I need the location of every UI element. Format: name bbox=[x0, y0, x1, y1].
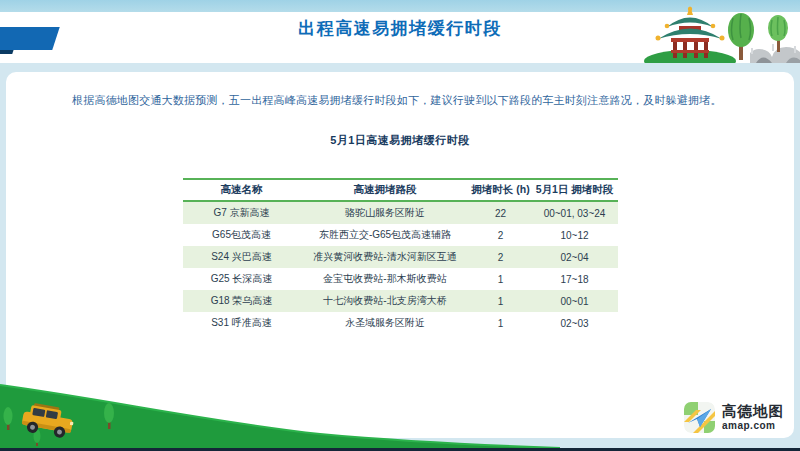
col-header-period: 5月1日 拥堵时段 bbox=[531, 183, 618, 197]
congestion-duration: 2 bbox=[470, 230, 531, 241]
table-row: G65包茂高速 东胜西立交-G65包茂高速辅路 2 10~12 bbox=[183, 224, 618, 246]
congestion-duration: 2 bbox=[470, 252, 531, 263]
congested-section: 准兴黄河收费站-清水河新区互通 bbox=[300, 250, 470, 264]
highway-name: G7 京新高速 bbox=[183, 206, 300, 220]
congested-section: 东胜西立交-G65包茂高速辅路 bbox=[300, 228, 470, 242]
table-row: G7 京新高速 骆驼山服务区附近 22 00~01, 03~24 bbox=[183, 202, 618, 224]
congested-section: 骆驼山服务区附近 bbox=[300, 206, 470, 220]
congestion-duration: 22 bbox=[470, 208, 531, 219]
amap-brand-block: 高德地图 amap.com bbox=[684, 402, 784, 433]
amap-paper-plane-logo-icon bbox=[684, 402, 715, 433]
col-header-section: 高速拥堵路段 bbox=[300, 183, 470, 197]
col-header-duration: 拥堵时长 (h) bbox=[470, 183, 531, 197]
pavilion-illustration bbox=[638, 6, 800, 63]
table-header-row: 高速名称 高速拥堵路段 拥堵时长 (h) 5月1日 拥堵时段 bbox=[183, 180, 618, 202]
congested-section: 永圣域服务区附近 bbox=[300, 316, 470, 330]
highway-name: G25 长深高速 bbox=[183, 272, 300, 286]
table-title: 5月1日高速易拥堵缓行时段 bbox=[0, 133, 800, 148]
table-row: S31 呼准高速 永圣域服务区附近 1 02~03 bbox=[183, 312, 618, 334]
intro-paragraph: 根据高德地图交通大数据预测，五一出程高峰高速易拥堵缓行时段如下，建议行驶到以下路… bbox=[72, 93, 732, 108]
brand-domain: amap.com bbox=[722, 421, 784, 431]
table-row: G25 长深高速 金宝屯收费站-那木斯收费站 1 17~18 bbox=[183, 268, 618, 290]
table-row: S24 兴巴高速 准兴黄河收费站-清水河新区互通 2 02~04 bbox=[183, 246, 618, 268]
highway-name: G65包茂高速 bbox=[183, 228, 300, 242]
congestion-period: 02~04 bbox=[531, 252, 618, 263]
pavilion-icon bbox=[638, 6, 800, 63]
willow-tree-small-icon bbox=[768, 15, 788, 52]
congestion-period: 02~03 bbox=[531, 318, 618, 329]
congestion-duration: 1 bbox=[470, 318, 531, 329]
congestion-period: 17~18 bbox=[531, 274, 618, 285]
highway-name: S24 兴巴高速 bbox=[183, 250, 300, 264]
congestion-period: 00~01, 03~24 bbox=[531, 208, 618, 219]
stone-bridge-icon bbox=[750, 44, 800, 63]
hill-icon bbox=[0, 378, 560, 448]
congestion-duration: 1 bbox=[470, 274, 531, 285]
congestion-period: 10~12 bbox=[531, 230, 618, 241]
pavilion-structure bbox=[656, 6, 725, 58]
congested-section: 金宝屯收费站-那木斯收费站 bbox=[300, 272, 470, 286]
poster-canvas: 出程高速易拥堵缓行时段 bbox=[0, 0, 800, 451]
table-row: G18 荣乌高速 十七沟收费站-北支房湾大桥 1 00~01 bbox=[183, 290, 618, 312]
hill-with-trees-illustration bbox=[0, 378, 560, 448]
col-header-highway: 高速名称 bbox=[183, 183, 300, 197]
highway-name: G18 荣乌高速 bbox=[183, 294, 300, 308]
brand-name: 高德地图 bbox=[722, 404, 784, 419]
congested-section: 十七沟收费站-北支房湾大桥 bbox=[300, 294, 470, 308]
congestion-duration: 1 bbox=[470, 296, 531, 307]
brand-text: 高德地图 amap.com bbox=[722, 404, 784, 431]
highway-name: S31 呼准高速 bbox=[183, 316, 300, 330]
congestion-table: 高速名称 高速拥堵路段 拥堵时长 (h) 5月1日 拥堵时段 G7 京新高速 骆… bbox=[183, 178, 618, 334]
congestion-period: 00~01 bbox=[531, 296, 618, 307]
